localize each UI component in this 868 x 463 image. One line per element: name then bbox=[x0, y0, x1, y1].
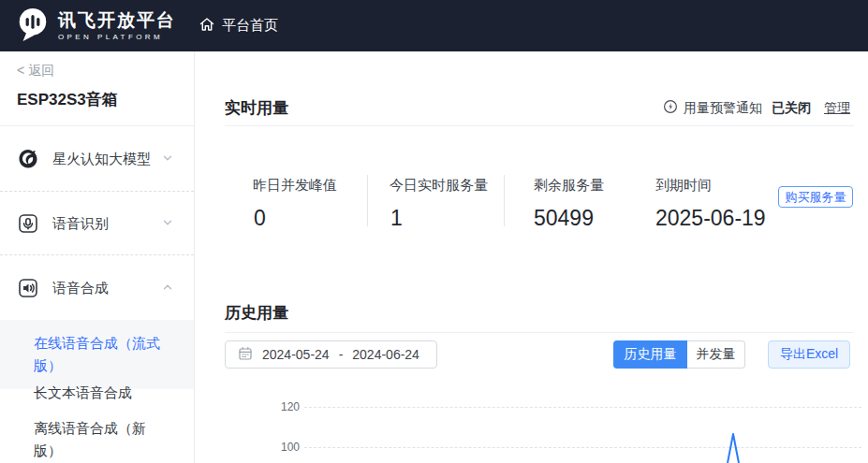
app-screen: 讯飞开放平台 OPEN PLATFORM 平台首页 <返回 ESP32S3音箱 bbox=[0, 0, 868, 463]
home-label: 平台首页 bbox=[222, 17, 278, 35]
submenu-item-online-tts-streaming[interactable]: 在线语音合成（流式版） bbox=[0, 320, 194, 389]
realtime-usage-title: 实时用量 bbox=[225, 97, 288, 119]
usage-tab-group: 历史用量 并发量 bbox=[613, 340, 745, 369]
tab-history-usage[interactable]: 历史用量 bbox=[613, 340, 687, 369]
stat-divider bbox=[504, 175, 505, 226]
export-excel-button[interactable]: 导出Excel bbox=[768, 340, 850, 369]
sidebar-item-label: 语音识别 bbox=[52, 215, 162, 233]
sidebar-item-speech-recognition[interactable]: 语音识别 bbox=[0, 200, 194, 247]
logo-subtitle: OPEN PLATFORM bbox=[58, 32, 176, 42]
back-label: 返回 bbox=[28, 63, 54, 78]
sidebar-item-label: 星火认知大模型 bbox=[52, 151, 162, 168]
gridline-120 bbox=[304, 407, 861, 408]
stat-label-expiry-date: 到期时间 bbox=[655, 177, 712, 195]
stat-label-today-volume: 今日实时服务量 bbox=[390, 177, 488, 195]
home-icon bbox=[199, 16, 215, 36]
usage-alert-row: 用量预警通知 已关闭 管理 bbox=[663, 99, 850, 117]
platform-logo[interactable]: 讯飞开放平台 OPEN PLATFORM bbox=[15, 6, 176, 47]
section-divider bbox=[225, 332, 854, 333]
date-range-separator: - bbox=[339, 347, 344, 362]
buy-service-button[interactable]: 购买服务量 bbox=[778, 186, 853, 208]
alert-manage-link[interactable]: 管理 bbox=[824, 100, 850, 117]
alert-status: 已关闭 bbox=[772, 100, 811, 117]
sidebar: <返回 ESP32S3音箱 星火认知大模型 bbox=[0, 51, 195, 463]
logo-text: 讯飞开放平台 OPEN PLATFORM bbox=[58, 10, 176, 42]
project-title: ESP32S3音箱 bbox=[17, 89, 118, 110]
usage-line-spike bbox=[725, 432, 742, 463]
tab-concurrency[interactable]: 并发量 bbox=[687, 340, 745, 369]
sidebar-item-speech-synthesis[interactable]: 语音合成 bbox=[0, 265, 194, 311]
section-divider bbox=[225, 125, 854, 126]
spark-icon bbox=[17, 148, 39, 170]
chevron-down-icon bbox=[162, 215, 173, 232]
sidebar-item-spark-model[interactable]: 星火认知大模型 bbox=[0, 136, 194, 182]
top-navbar: 讯飞开放平台 OPEN PLATFORM 平台首页 bbox=[0, 0, 868, 51]
logo-speech-bubble-icon bbox=[15, 6, 51, 47]
stat-value-today-volume: 1 bbox=[390, 206, 403, 231]
date-range-end: 2024-06-24 bbox=[352, 347, 419, 362]
nav-home-link[interactable]: 平台首页 bbox=[199, 16, 278, 36]
back-arrow-icon: < bbox=[17, 63, 24, 78]
sidebar-item-label: 语音合成 bbox=[52, 280, 162, 297]
calendar-icon bbox=[238, 346, 253, 364]
date-range-start: 2024-05-24 bbox=[262, 347, 330, 362]
y-axis-tick-100: 100 bbox=[272, 441, 300, 454]
submenu-item-offline-tts-new[interactable]: 离线语音合成（新版） bbox=[0, 417, 194, 462]
stat-label-yesterday-peak: 昨日并发峰值 bbox=[253, 177, 337, 195]
stat-label-remaining-volume: 剩余服务量 bbox=[534, 177, 604, 195]
history-usage-title: 历史用量 bbox=[225, 302, 288, 324]
sidebar-dashed-divider bbox=[0, 254, 194, 255]
y-axis-tick-120: 120 bbox=[272, 400, 300, 413]
sidebar-divider bbox=[0, 125, 194, 126]
mic-icon bbox=[17, 212, 39, 235]
chevron-down-icon bbox=[162, 151, 173, 167]
chevron-up-icon bbox=[162, 280, 173, 297]
date-range-picker[interactable]: 2024-05-24 - 2024-06-24 bbox=[225, 340, 437, 369]
sidebar-dashed-divider bbox=[0, 191, 194, 192]
alert-lightning-icon bbox=[663, 99, 678, 117]
alert-label: 用量预警通知 bbox=[684, 100, 762, 117]
stat-value-expiry-date: 2025-06-19 bbox=[655, 206, 766, 231]
stat-value-yesterday-peak: 0 bbox=[254, 206, 266, 231]
stat-value-remaining-volume: 50499 bbox=[534, 206, 594, 231]
submenu-item-long-text-tts[interactable]: 长文本语音合成 bbox=[0, 382, 194, 404]
gridline-100 bbox=[304, 447, 861, 448]
back-link[interactable]: <返回 bbox=[17, 63, 54, 80]
logo-title: 讯飞开放平台 bbox=[58, 10, 176, 31]
speaker-icon bbox=[17, 277, 39, 299]
stat-divider bbox=[367, 175, 368, 226]
